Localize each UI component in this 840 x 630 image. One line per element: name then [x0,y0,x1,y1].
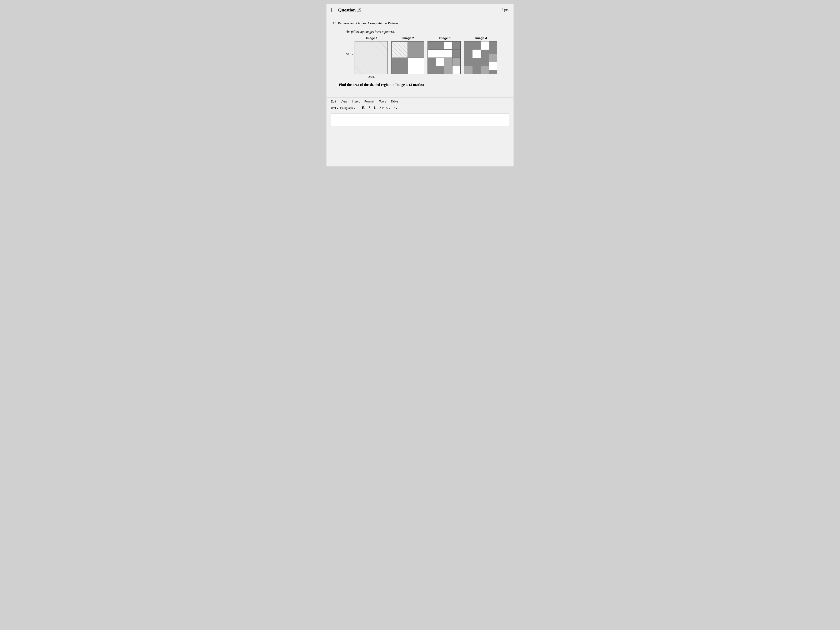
img3-r1c1 [428,41,436,50]
paragraph-chevron: ∨ [354,106,355,110]
font-size-value: 12pt [331,106,336,110]
svg-line-11 [392,46,404,57]
question-header: Question 15 3 pts [327,5,513,15]
img3-r1c3 [444,41,452,50]
svg-line-18 [436,54,440,58]
image-label-2: Image 2 [390,36,426,40]
bold-button[interactable]: B [361,106,366,111]
images-section: The following images form a pattern. Ima… [333,30,507,79]
paragraph-selector[interactable]: Paragraph ∨ [340,106,355,110]
img3-r3c4 [452,58,460,66]
bottom-dimension-label: 50 cm [368,75,374,79]
superscript-button[interactable]: T² ∨ [392,106,398,110]
svg-line-19 [453,66,460,74]
toolbar-divider-1 [358,106,358,110]
img3-r2c2 [436,50,444,58]
image-1-svg [355,41,387,74]
font-color-label: A [379,106,381,110]
question-checkbox[interactable] [332,8,336,12]
menu-format[interactable]: Format [365,99,374,103]
img2-cell-bl [392,58,408,74]
svg-line-12 [392,50,399,57]
more-options-button[interactable]: ⋮ [403,105,409,111]
italic-button[interactable]: I [368,106,371,111]
img3-r2c3 [444,50,452,58]
img3-r2c4 [452,50,460,58]
svg-line-3 [379,41,387,50]
font-size-selector[interactable]: 12pt ∨ [331,106,338,110]
question-number-text: 15. Patterns and Games. Complete the Pat… [333,21,507,25]
img3-r4c4 [452,66,460,74]
image-3-wrapper [428,41,461,74]
img2-cell-tr [408,41,424,58]
img3-r3c1 [428,58,436,66]
svg-line-21 [456,66,460,70]
menu-view[interactable]: View [341,99,347,103]
toolbar-divider-2 [400,106,400,110]
svg-line-4 [355,50,379,74]
menu-tools[interactable]: Tools [379,99,386,103]
svg-line-2 [371,41,387,58]
menu-bar: Edit View Insert Format Tools Table [331,99,509,103]
find-area-text: Find the area of the shaded region in Im… [339,83,507,87]
svg-line-6 [355,66,363,74]
image-label-3: Image 3 [426,36,463,40]
svg-line-1 [363,41,387,66]
paragraph-label: Paragraph [340,106,353,110]
image-2 [391,41,425,74]
font-color-button[interactable]: A ∨ [379,106,384,110]
menu-table[interactable]: Table [391,99,398,103]
menu-insert[interactable]: Insert [352,99,360,103]
img3-r1c4 [452,41,460,50]
svg-line-0 [355,41,387,74]
svg-line-13 [392,54,396,57]
subtext: The following images form a pattern. [345,30,507,34]
formatting-bar: 12pt ∨ Paragraph ∨ B I U A ∨ ✎ ∨ T² ∨ [331,105,509,112]
page-container: Question 15 3 pts 15. Patterns and Games… [326,4,514,167]
menu-edit[interactable]: Edit [331,99,336,103]
svg-line-10 [404,42,407,46]
highlight-button[interactable]: ✎ ∨ [385,106,391,110]
highlight-label: ✎ [385,106,388,110]
svg-line-7 [392,42,407,57]
img3-r2c1 [428,50,436,58]
toolbar-area: Edit View Insert Format Tools Table 12pt… [327,97,513,114]
answer-box[interactable] [331,114,509,126]
highlight-chevron: ∨ [388,106,391,110]
img3-r3c3 [444,58,452,66]
svg-line-8 [396,42,407,54]
image-4-wrapper [464,41,497,74]
underline-button[interactable]: U [373,106,378,111]
superscript-chevron: ∨ [395,106,398,110]
svg-line-16 [440,50,444,54]
subtext-label: The following images form a pattern. [345,30,395,33]
question-title-area: Question 15 [332,7,362,13]
img2-cell-tl [392,41,408,58]
image-2-wrapper [391,41,425,74]
side-dimension-label: 50 cm [346,52,353,56]
img2-cell-tl-svg [392,42,407,57]
img3-r4c1 [428,66,436,74]
image-label-1: Image 1 [354,36,390,40]
images-row: 50 cm 50 cm [346,41,507,79]
svg-line-9 [399,42,407,50]
img2-cell-br [408,58,424,74]
img3-r3c2 [436,58,444,66]
superscript-label: T² [392,106,395,110]
svg-line-23 [453,70,456,74]
svg-line-14 [436,50,444,57]
svg-line-5 [355,58,371,74]
font-color-chevron: ∨ [382,106,384,110]
question-content: 15. Patterns and Games. Complete the Pat… [327,15,513,97]
pts-label: 3 pts [501,8,508,12]
img3-r4c2 [436,66,444,74]
image-label-4: Image 4 [463,36,499,40]
font-size-chevron: ∨ [336,106,338,110]
img3-r1c2 [436,41,444,50]
image-1 [355,41,388,74]
image-3 [428,41,461,74]
image-labels-row: Image 1 Image 2 Image 3 Image 4 [354,36,507,40]
question-title: Question 15 [338,7,362,13]
img3-r4c3 [444,66,452,74]
image-4 [464,41,497,74]
